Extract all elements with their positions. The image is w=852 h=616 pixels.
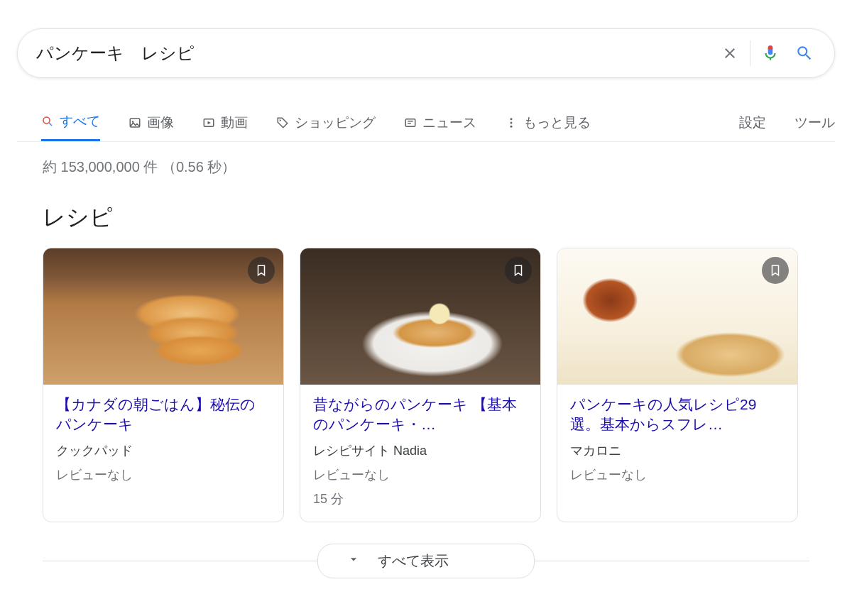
tag-icon [276,116,289,129]
show-all-label: すべて表示 [378,551,449,571]
recipe-card[interactable]: 昔ながらのパンケーキ 【基本のパンケーキ・… レシピサイト Nadia レビュー… [300,248,541,522]
show-all-row: すべて表示 [17,544,835,578]
recipe-review: レビューなし [313,466,528,483]
tab-images[interactable]: 画像 [129,104,174,141]
search-tabs: すべて 画像 動画 ショッピング ニュース [17,104,835,142]
recipe-card[interactable]: パンケーキの人気レシピ29選。基本からスフレ… マカロニ レビューなし [557,248,798,522]
recipe-title[interactable]: 【カナダの朝ごはん】秘伝のパンケーキ [56,395,271,435]
recipe-cards: 【カナダの朝ごはん】秘伝のパンケーキ クックパッド レビューなし 昔ながらのパン… [17,248,835,522]
section-title: レシピ [17,202,835,233]
search-icon [41,115,54,128]
tab-label: ショッピング [295,114,376,132]
chevron-down-icon [346,552,361,570]
clear-button[interactable] [713,36,747,70]
recipe-review: レビューなし [570,466,785,483]
tab-label: 動画 [221,114,248,132]
tab-label: 設定 [739,114,766,132]
search-input[interactable] [36,43,713,63]
tab-settings[interactable]: 設定 [739,104,766,141]
tab-label: 画像 [147,114,174,132]
image-icon [129,116,141,129]
svg-point-5 [280,119,281,121]
recipe-time: 15 分 [313,490,528,507]
search-button[interactable] [787,36,821,70]
divider [535,561,809,561]
tab-more[interactable]: もっと見る [505,104,591,141]
bookmark-icon [769,264,782,277]
voice-search-button[interactable] [753,36,787,70]
tab-videos[interactable]: 動画 [202,104,248,141]
tab-shopping[interactable]: ショッピング [276,104,376,141]
recipe-title[interactable]: 昔ながらのパンケーキ 【基本のパンケーキ・… [313,395,528,435]
recipe-source: レシピサイト Nadia [313,442,528,459]
recipe-title[interactable]: パンケーキの人気レシピ29選。基本からスフレ… [570,395,785,435]
recipe-image [300,248,540,385]
recipe-image [43,248,283,385]
svg-point-0 [43,117,50,123]
more-vertical-icon [505,116,518,129]
svg-point-11 [510,125,513,127]
tab-label: もっと見る [523,114,591,132]
news-icon [404,116,417,129]
bookmark-icon [512,264,525,277]
search-bar [17,28,835,78]
save-button[interactable] [505,257,532,284]
tab-label: すべて [60,112,100,131]
save-button[interactable] [248,257,275,284]
close-icon [721,45,738,62]
tab-tools[interactable]: ツール [794,104,835,141]
svg-line-1 [49,123,52,126]
recipe-card[interactable]: 【カナダの朝ごはん】秘伝のパンケーキ クックパッド レビューなし [43,248,284,522]
tab-news[interactable]: ニュース [404,104,476,141]
recipe-source: マカロニ [570,442,785,459]
show-all-button[interactable]: すべて表示 [317,544,535,578]
divider [43,561,317,561]
svg-point-9 [510,118,513,120]
video-icon [202,116,215,129]
svg-point-10 [510,121,513,123]
save-button[interactable] [762,257,789,284]
result-stats: 約 153,000,000 件 （0.56 秒） [17,158,835,177]
divider [750,40,750,66]
bookmark-icon [255,264,268,277]
tab-all[interactable]: すべて [41,104,100,141]
recipe-source: クックパッド [56,442,271,459]
recipe-image [557,248,797,385]
tab-label: ツール [794,114,835,132]
microphone-icon [761,44,780,62]
tab-label: ニュース [422,114,476,132]
search-icon [795,44,814,62]
recipe-review: レビューなし [56,466,271,483]
